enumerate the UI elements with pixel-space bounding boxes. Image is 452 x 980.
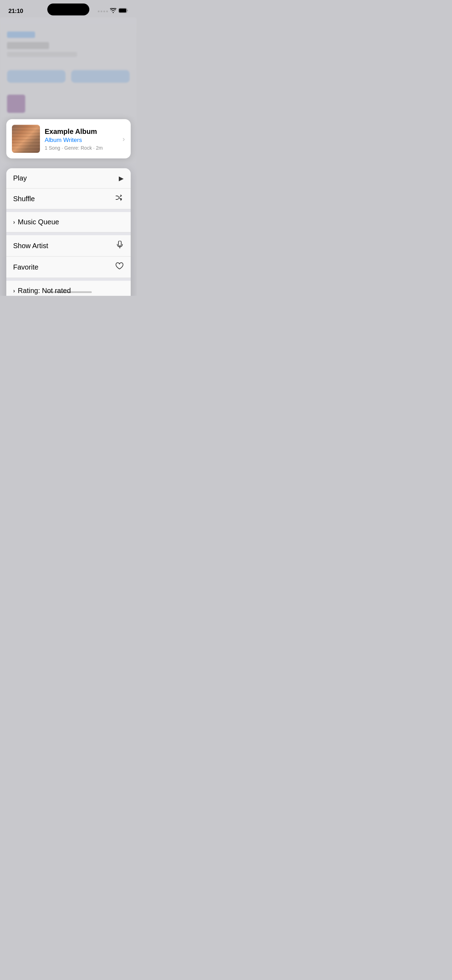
divider-2 — [6, 232, 131, 235]
album-info: Example Album Album Writers 1 Song · Gen… — [45, 127, 118, 151]
shuffle-label: Shuffle — [13, 195, 35, 203]
context-menu: Play ▶ Shuffle › Music Queue — [6, 168, 131, 296]
menu-item-play[interactable]: Play ▶ — [6, 168, 131, 189]
divider-3 — [6, 278, 131, 281]
svg-rect-1 — [119, 9, 126, 13]
menu-item-show-artist[interactable]: Show Artist — [6, 235, 131, 256]
expand-icon: › — [13, 219, 15, 225]
album-card[interactable]: Example Album Album Writers 1 Song · Gen… — [6, 119, 131, 158]
status-time: 21:10 — [8, 8, 23, 15]
menu-item-shuffle[interactable]: Shuffle — [6, 189, 131, 209]
battery-icon — [118, 8, 128, 14]
show-artist-label: Show Artist — [13, 242, 48, 250]
album-chevron-icon: › — [123, 135, 125, 143]
home-indicator — [45, 291, 92, 293]
expand-rating-icon: › — [13, 288, 15, 294]
album-art-image — [12, 125, 40, 153]
favorite-label: Favorite — [13, 263, 38, 271]
play-label: Play — [13, 174, 27, 182]
menu-item-favorite[interactable]: Favorite — [6, 256, 131, 278]
album-artist: Album Writers — [45, 137, 118, 144]
main-content: Example Album Album Writers 1 Song · Gen… — [0, 0, 137, 296]
wifi-icon — [110, 8, 116, 14]
music-queue-label: › Music Queue — [13, 218, 59, 226]
shuffle-icon — [115, 194, 124, 203]
signal-icon — [98, 11, 108, 12]
rating-label: › Rating: Not rated — [13, 287, 71, 295]
status-icons — [98, 8, 128, 14]
status-bar: 21:10 — [0, 0, 137, 18]
dynamic-island — [47, 3, 89, 16]
album-title: Example Album — [45, 127, 118, 136]
heart-icon — [115, 262, 124, 272]
divider-1 — [6, 209, 131, 212]
play-icon: ▶ — [119, 175, 124, 182]
menu-item-music-queue[interactable]: › Music Queue — [6, 212, 131, 232]
menu-item-rating[interactable]: › Rating: Not rated — [6, 281, 131, 296]
album-art — [12, 125, 40, 153]
album-meta: 1 Song · Genre: Rock · 2m — [45, 145, 118, 151]
microphone-icon — [116, 241, 124, 251]
